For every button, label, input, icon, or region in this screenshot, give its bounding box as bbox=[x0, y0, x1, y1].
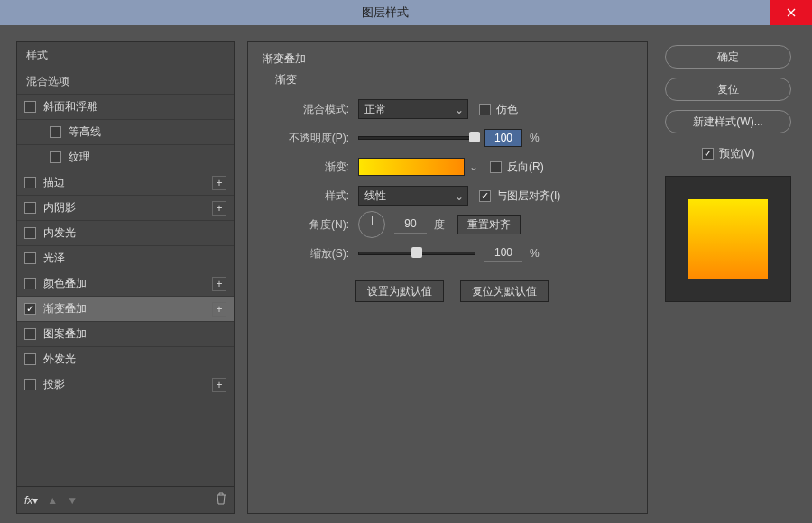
reset-align-button[interactable]: 重置对齐 bbox=[457, 215, 521, 234]
preview-swatch bbox=[688, 199, 768, 279]
style-item-label: 等高线 bbox=[69, 124, 101, 140]
style-checkbox[interactable] bbox=[24, 202, 36, 214]
style-item[interactable]: 描边+ bbox=[17, 170, 234, 195]
add-effect-button[interactable]: + bbox=[212, 302, 226, 317]
style-item-label: 外发光 bbox=[43, 352, 76, 367]
style-item[interactable]: 投影+ bbox=[17, 372, 234, 397]
scale-input[interactable]: 100 bbox=[484, 244, 522, 262]
style-checkbox[interactable] bbox=[50, 126, 61, 138]
window-title: 图层样式 bbox=[0, 5, 770, 21]
add-effect-button[interactable]: + bbox=[212, 277, 226, 291]
angle-label: 角度(N): bbox=[272, 217, 358, 233]
gradient-swatch[interactable]: ⌄ bbox=[358, 158, 465, 176]
opacity-label: 不透明度(P): bbox=[272, 131, 358, 146]
style-item-label: 内阴影 bbox=[43, 200, 76, 216]
add-effect-button[interactable]: + bbox=[212, 201, 226, 216]
add-effect-button[interactable]: + bbox=[212, 176, 226, 190]
style-select[interactable]: 线性 ⌄ bbox=[358, 186, 468, 206]
style-checkbox[interactable] bbox=[24, 303, 36, 315]
styles-panel: 样式 混合选项 斜面和浮雕等高线纹理描边+内阴影+内发光光泽颜色叠加+渐变叠加+… bbox=[16, 41, 235, 514]
dither-label: 仿色 bbox=[496, 102, 518, 117]
dither-checkbox[interactable] bbox=[479, 104, 491, 115]
angle-unit: 度 bbox=[434, 217, 445, 233]
styles-header: 样式 bbox=[17, 42, 234, 69]
reset-default-button[interactable]: 复位为默认值 bbox=[460, 280, 549, 302]
make-default-button[interactable]: 设置为默认值 bbox=[355, 280, 444, 302]
move-up-icon[interactable]: ▲ bbox=[47, 494, 58, 507]
group-title: 渐变 bbox=[275, 72, 632, 87]
section-title: 渐变叠加 bbox=[263, 51, 632, 67]
style-item-label: 描边 bbox=[43, 175, 65, 190]
scale-slider[interactable] bbox=[358, 252, 475, 255]
style-item-label: 斜面和浮雕 bbox=[43, 99, 97, 115]
align-checkbox[interactable] bbox=[479, 190, 491, 202]
style-item-label: 光泽 bbox=[43, 251, 65, 266]
titlebar: 图层样式 bbox=[0, 0, 812, 25]
blend-options-header[interactable]: 混合选项 bbox=[17, 69, 234, 94]
blend-mode-label: 混合模式: bbox=[272, 102, 358, 117]
add-effect-button[interactable]: + bbox=[212, 378, 226, 392]
preview-label: 预览(V) bbox=[719, 146, 755, 161]
options-panel: 渐变叠加 渐变 混合模式: 正常 ⌄ 仿色 不透明度(P): 100 % 渐变: bbox=[247, 41, 648, 514]
style-item[interactable]: 斜面和浮雕 bbox=[17, 94, 234, 119]
style-item-label: 投影 bbox=[43, 377, 65, 392]
style-checkbox[interactable] bbox=[24, 379, 36, 390]
style-item[interactable]: 渐变叠加+ bbox=[17, 296, 234, 321]
style-item[interactable]: 外发光 bbox=[17, 346, 234, 372]
scale-unit: % bbox=[530, 247, 540, 260]
blend-mode-select[interactable]: 正常 ⌄ bbox=[358, 99, 468, 119]
chevron-down-icon[interactable]: ⌄ bbox=[469, 161, 478, 173]
styles-footer: fx▾ ▲ ▼ bbox=[17, 486, 234, 513]
style-item-label: 图案叠加 bbox=[43, 326, 87, 342]
style-checkbox[interactable] bbox=[24, 278, 36, 289]
close-icon bbox=[787, 8, 796, 17]
opacity-input[interactable]: 100 bbox=[484, 129, 522, 147]
dialog-body: 样式 混合选项 斜面和浮雕等高线纹理描边+内阴影+内发光光泽颜色叠加+渐变叠加+… bbox=[0, 25, 812, 523]
trash-icon[interactable] bbox=[216, 492, 226, 508]
style-item[interactable]: 等高线 bbox=[17, 119, 234, 144]
reverse-label: 反向(R) bbox=[507, 160, 544, 175]
style-checkbox[interactable] bbox=[24, 227, 36, 239]
style-item[interactable]: 内阴影+ bbox=[17, 195, 234, 220]
chevron-down-icon: ⌄ bbox=[455, 104, 464, 116]
style-item[interactable]: 内发光 bbox=[17, 220, 234, 245]
style-item-label: 纹理 bbox=[69, 150, 90, 165]
close-button[interactable] bbox=[770, 0, 812, 25]
fx-menu[interactable]: fx▾ bbox=[24, 494, 38, 507]
gradient-label: 渐变: bbox=[272, 160, 358, 175]
angle-input[interactable]: 90 bbox=[394, 216, 427, 234]
angle-dial[interactable] bbox=[358, 211, 385, 238]
action-panel: 确定 复位 新建样式(W)... 预览(V) bbox=[660, 41, 796, 514]
chevron-down-icon: ⌄ bbox=[455, 190, 464, 203]
ok-button[interactable]: 确定 bbox=[665, 45, 791, 69]
style-item[interactable]: 光泽 bbox=[17, 245, 234, 271]
align-label: 与图层对齐(I) bbox=[496, 188, 560, 204]
new-style-button[interactable]: 新建样式(W)... bbox=[665, 110, 791, 133]
opacity-slider[interactable] bbox=[358, 136, 475, 140]
style-checkbox[interactable] bbox=[24, 177, 36, 188]
scale-label: 缩放(S): bbox=[272, 246, 358, 262]
reverse-checkbox[interactable] bbox=[490, 161, 502, 173]
cancel-button[interactable]: 复位 bbox=[665, 78, 791, 101]
style-item-label: 颜色叠加 bbox=[43, 276, 87, 291]
style-item[interactable]: 颜色叠加+ bbox=[17, 271, 234, 296]
opacity-unit: % bbox=[530, 132, 540, 144]
style-item[interactable]: 图案叠加 bbox=[17, 321, 234, 346]
style-label: 样式: bbox=[272, 188, 358, 204]
style-item-label: 渐变叠加 bbox=[43, 301, 87, 317]
style-item-label: 内发光 bbox=[43, 225, 76, 241]
style-checkbox[interactable] bbox=[24, 252, 36, 264]
style-checkbox[interactable] bbox=[24, 353, 36, 365]
preview-checkbox[interactable] bbox=[702, 148, 714, 160]
style-checkbox[interactable] bbox=[24, 328, 36, 340]
style-checkbox[interactable] bbox=[24, 101, 36, 113]
move-down-icon[interactable]: ▼ bbox=[67, 494, 78, 507]
style-checkbox[interactable] bbox=[50, 151, 61, 163]
preview-box bbox=[665, 176, 791, 302]
style-item[interactable]: 纹理 bbox=[17, 144, 234, 170]
